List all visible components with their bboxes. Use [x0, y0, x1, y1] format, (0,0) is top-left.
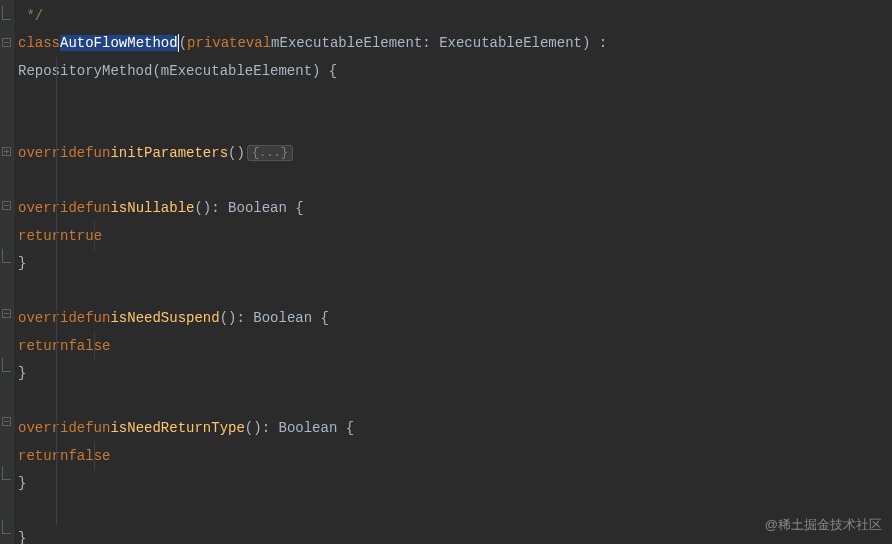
code-line[interactable]: return false — [18, 332, 892, 360]
fold-end-icon[interactable] — [0, 2, 13, 29]
func-name: initParameters — [110, 145, 228, 161]
code-line[interactable]: override fun isNeedSuspend(): Boolean { — [18, 305, 892, 333]
code-line[interactable]: } — [18, 360, 892, 388]
code-line[interactable] — [18, 387, 892, 415]
super-arg: mExecutableElement — [161, 63, 312, 79]
bool-literal: true — [68, 228, 102, 244]
code-line[interactable] — [18, 112, 892, 140]
code-fold-placeholder[interactable]: {...} — [247, 145, 293, 161]
fold-minus-icon[interactable] — [0, 408, 13, 435]
keyword-class: class — [18, 35, 60, 51]
code-line[interactable]: override fun initParameters() {...} — [18, 140, 892, 168]
func-name: isNeedReturnType — [110, 420, 244, 436]
keyword-fun: fun — [85, 420, 110, 436]
fold-minus-icon[interactable] — [0, 192, 13, 219]
fold-end-icon[interactable] — [0, 463, 13, 490]
fold-end-icon[interactable] — [0, 354, 13, 381]
code-line[interactable]: RepositoryMethod(mExecutableElement) { — [18, 57, 892, 85]
keyword-return: return — [18, 448, 68, 464]
keyword-val: val — [246, 35, 271, 51]
code-line[interactable] — [18, 85, 892, 113]
code-line[interactable] — [18, 277, 892, 305]
code-line[interactable]: */ — [18, 2, 892, 30]
bool-literal: false — [68, 448, 110, 464]
code-line[interactable]: return true — [18, 222, 892, 250]
keyword-fun: fun — [85, 310, 110, 326]
keyword-override: override — [18, 145, 85, 161]
keyword-private: private — [187, 35, 246, 51]
keyword-override: override — [18, 200, 85, 216]
comment-close: */ — [18, 8, 43, 24]
code-line[interactable]: } — [18, 525, 892, 545]
code-line[interactable] — [18, 167, 892, 195]
paren-open: ( — [179, 35, 187, 51]
keyword-fun: fun — [85, 145, 110, 161]
fold-end-icon[interactable] — [0, 517, 13, 544]
func-name: isNullable — [110, 200, 194, 216]
paren-close: ) — [582, 35, 590, 51]
fold-minus-icon[interactable] — [0, 300, 13, 327]
return-type: Boolean — [253, 310, 312, 326]
return-type: Boolean — [278, 420, 337, 436]
watermark: @稀土掘金技术社区 — [765, 516, 882, 534]
gutter — [0, 0, 14, 544]
class-name-selected: AutoFlowMethod — [60, 35, 178, 51]
fold-end-icon[interactable] — [0, 246, 13, 273]
bool-literal: false — [68, 338, 110, 354]
code-line[interactable]: class AutoFlowMethod(private val mExecut… — [18, 30, 892, 58]
code-line[interactable]: } — [18, 250, 892, 278]
keyword-override: override — [18, 420, 85, 436]
code-line[interactable]: } — [18, 470, 892, 498]
param-name: mExecutableElement — [271, 35, 422, 51]
code-editor[interactable]: */ class AutoFlowMethod(private val mExe… — [0, 0, 892, 544]
keyword-override: override — [18, 310, 85, 326]
keyword-return: return — [18, 228, 68, 244]
return-type: Boolean — [228, 200, 287, 216]
code-line[interactable]: override fun isNeedReturnType(): Boolean… — [18, 415, 892, 443]
func-name: isNeedSuspend — [110, 310, 219, 326]
keyword-return: return — [18, 338, 68, 354]
code-line[interactable]: override fun isNullable(): Boolean { — [18, 195, 892, 223]
code-area[interactable]: */ class AutoFlowMethod(private val mExe… — [14, 0, 892, 544]
code-line[interactable] — [18, 497, 892, 525]
parent-class: RepositoryMethod — [18, 63, 152, 79]
keyword-fun: fun — [85, 200, 110, 216]
code-line[interactable]: return false — [18, 442, 892, 470]
fold-plus-icon[interactable] — [0, 137, 13, 164]
fold-minus-icon[interactable] — [0, 29, 13, 56]
param-type: ExecutableElement — [439, 35, 582, 51]
